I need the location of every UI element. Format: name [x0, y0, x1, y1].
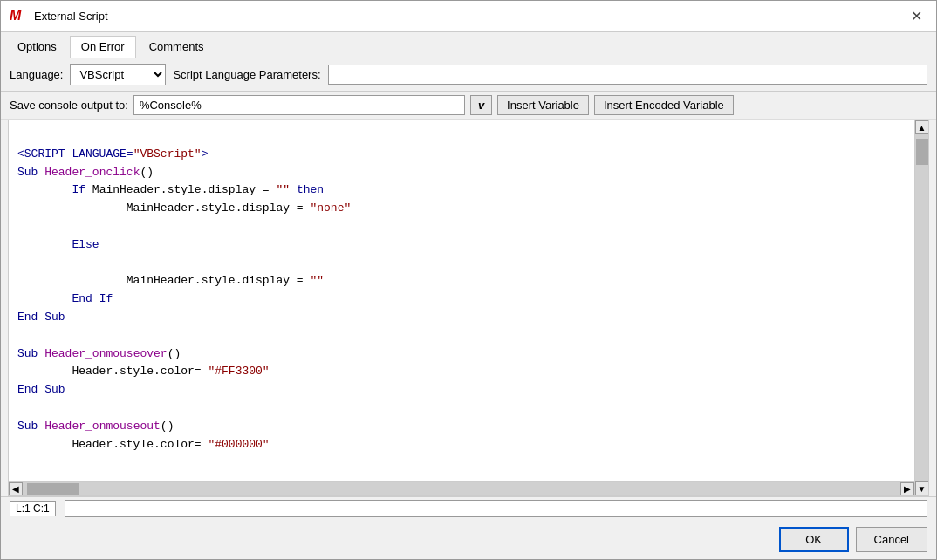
scroll-track-v[interactable] [915, 134, 929, 481]
insert-encoded-variable-button[interactable]: Insert Encoded Variable [594, 95, 734, 115]
console-label: Save console output to: [10, 99, 128, 112]
toolbar-row: Language: VBScript JavaScript PerlScript… [1, 58, 936, 92]
scroll-thumb-h[interactable] [27, 483, 79, 495]
scroll-left-button[interactable]: ◀ [9, 482, 23, 496]
code-area[interactable]: <SCRIPT LANGUAGE="VBScript"> Sub Header_… [9, 120, 928, 495]
vertical-scrollbar[interactable]: ▲ ▼ [914, 120, 928, 495]
tab-bar: Options On Error Comments [1, 32, 936, 58]
status-message [65, 500, 927, 517]
title-bar-left: M External Script [10, 8, 108, 25]
language-label: Language: [10, 68, 63, 81]
script-params-label: Script Language Parameters: [173, 68, 320, 81]
tab-on-error[interactable]: On Error [70, 36, 136, 58]
code-content: <SCRIPT LANGUAGE="VBScript"> Sub Header_… [9, 120, 914, 479]
ok-button[interactable]: OK [779, 527, 849, 552]
language-select[interactable]: VBScript JavaScript PerlScript [70, 64, 166, 85]
scroll-track-h[interactable] [23, 482, 900, 496]
close-button[interactable]: ✕ [906, 6, 927, 26]
v-button[interactable]: v [470, 95, 492, 115]
title-bar: M External Script ✕ [1, 1, 936, 32]
scroll-down-button[interactable]: ▼ [915, 481, 929, 495]
scroll-thumb-v[interactable] [916, 139, 928, 165]
footer: OK Cancel [1, 520, 936, 559]
scroll-right-button[interactable]: ▶ [900, 482, 914, 496]
app-logo: M [10, 8, 27, 25]
console-input[interactable] [133, 95, 465, 115]
script-params-input[interactable] [328, 65, 927, 85]
dialog-title: External Script [34, 10, 108, 23]
scroll-up-button[interactable]: ▲ [915, 120, 929, 134]
code-area-wrapper: <SCRIPT LANGUAGE="VBScript"> Sub Header_… [8, 120, 929, 496]
insert-variable-button[interactable]: Insert Variable [497, 95, 589, 115]
tab-comments[interactable]: Comments [138, 36, 215, 58]
status-bar: L:1 C:1 [1, 496, 936, 520]
horizontal-scrollbar[interactable]: ◀ ▶ [9, 481, 914, 495]
cancel-button[interactable]: Cancel [856, 527, 927, 552]
tab-options[interactable]: Options [6, 36, 68, 58]
cursor-position: L:1 C:1 [10, 501, 56, 516]
external-script-dialog: M External Script ✕ Options On Error Com… [0, 0, 937, 560]
console-row: Save console output to: v Insert Variabl… [1, 92, 936, 120]
